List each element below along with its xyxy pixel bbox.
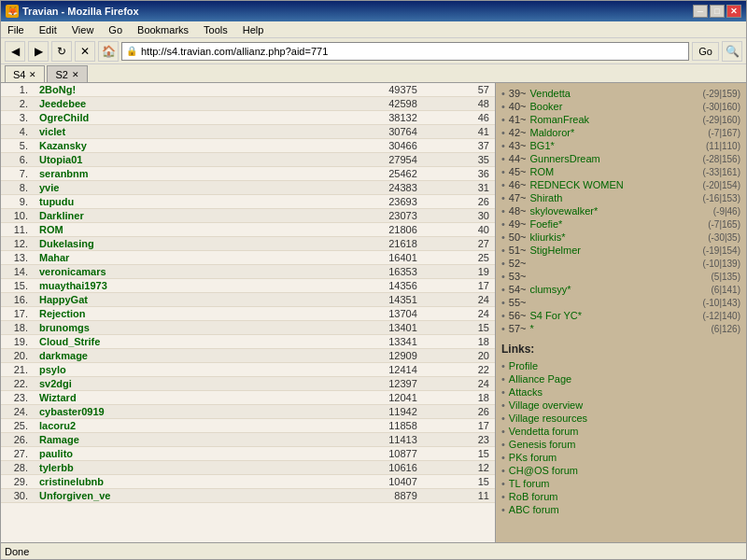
vil-cell: 12	[423, 461, 495, 475]
member-link[interactable]: S4 For YC*	[530, 310, 699, 321]
home-button[interactable]: 🏠	[98, 41, 119, 62]
menu-bookmarks[interactable]: Bookmarks	[134, 24, 191, 35]
player-link[interactable]: veronicamars	[39, 266, 106, 277]
player-link[interactable]: HappyGat	[39, 294, 88, 305]
link-item[interactable]: Village overview	[509, 399, 583, 411]
member-link[interactable]: RomanFreak	[530, 114, 699, 125]
tab-s4[interactable]: S4 ✕	[5, 65, 45, 82]
link-item[interactable]: Vendetta forum	[509, 426, 579, 437]
member-rank: 44~	[509, 153, 527, 164]
title-bar-left: 🦊 Travian - Mozilla Firefox	[6, 5, 139, 18]
player-link[interactable]: Dukelasing	[39, 238, 94, 249]
tab-s2-close[interactable]: ✕	[72, 70, 79, 79]
player-link[interactable]: Cloud_Strife	[39, 336, 100, 347]
link-item[interactable]: Attacks	[509, 386, 543, 398]
player-link[interactable]: brunomgs	[39, 322, 90, 333]
menu-tools[interactable]: Tools	[201, 24, 231, 35]
player-link[interactable]: Rejection	[39, 308, 86, 319]
member-link[interactable]: skylovewalker*	[530, 205, 710, 217]
list-item: • 55~ (-10|143)	[501, 296, 740, 309]
menu-file[interactable]: File	[5, 24, 27, 35]
player-link[interactable]: ROM	[39, 224, 63, 235]
forward-button[interactable]: ▶	[28, 41, 49, 62]
member-link[interactable]: Foefie*	[530, 218, 705, 230]
player-link[interactable]: tupudu	[39, 196, 74, 207]
player-link[interactable]: Kazansky	[39, 140, 87, 151]
player-link[interactable]: 2BoNg!	[39, 84, 76, 95]
search-button[interactable]: 🔍	[722, 41, 742, 62]
menu-view[interactable]: View	[69, 24, 97, 35]
player-link[interactable]: Darkliner	[39, 210, 84, 221]
member-link[interactable]: kliurkis*	[530, 231, 705, 243]
player-link[interactable]: darkmage	[39, 350, 88, 361]
menu-go[interactable]: Go	[106, 24, 125, 35]
member-link[interactable]: Maldoror*	[530, 127, 705, 138]
link-item[interactable]: ABC forum	[509, 504, 559, 515]
player-link[interactable]: Mahar	[39, 252, 69, 263]
rank-cell: 21.	[1, 363, 34, 377]
member-link[interactable]: REDNECK WOMEN	[530, 179, 699, 190]
player-link[interactable]: OgreChild	[39, 112, 89, 123]
member-rank: 57~	[509, 323, 527, 334]
member-link[interactable]: StigHelmer	[530, 245, 699, 256]
member-link[interactable]: Shirath	[530, 192, 699, 203]
pop-cell: 24383	[296, 181, 423, 195]
player-link[interactable]: Wiztard	[39, 392, 77, 403]
maximize-button[interactable]: □	[710, 5, 725, 18]
toolbar: ◀ ▶ ↻ ✕ 🏠 🔒 Go 🔍	[1, 38, 746, 64]
member-link[interactable]: Vendetta	[530, 88, 699, 99]
reload-button[interactable]: ↻	[51, 41, 72, 62]
back-button[interactable]: ◀	[5, 41, 25, 62]
minimize-button[interactable]: ─	[693, 5, 708, 18]
player-link[interactable]: Jeedebee	[39, 98, 86, 109]
list-item: • 39~ Vendetta (-29|159)	[501, 87, 740, 100]
player-link[interactable]: tylerbb	[39, 462, 74, 473]
player-link[interactable]: psylo	[39, 364, 66, 375]
player-link[interactable]: Unforgiven_ve	[39, 490, 110, 501]
tab-s2[interactable]: S2 ✕	[47, 65, 87, 82]
link-item[interactable]: Village resources	[509, 413, 587, 424]
member-link[interactable]: Booker	[530, 101, 699, 112]
player-link[interactable]: cybaster0919	[39, 406, 105, 417]
player-link[interactable]: lacoru2	[39, 420, 76, 431]
player-link[interactable]: Ramage	[39, 434, 79, 445]
member-link[interactable]: GunnersDream	[530, 153, 699, 164]
player-link[interactable]: sv2dgi	[39, 378, 72, 389]
player-link[interactable]: cristinelubnb	[39, 476, 104, 487]
member-delta: (6|126)	[711, 324, 740, 334]
link-item[interactable]: TL forum	[509, 478, 550, 489]
link-item[interactable]: Profile	[509, 360, 538, 371]
rank-cell: 12.	[1, 237, 34, 251]
member-link[interactable]: *	[530, 323, 708, 334]
player-link[interactable]: seranbnm	[39, 168, 89, 179]
menu-edit[interactable]: Edit	[36, 24, 60, 35]
member-link[interactable]: ROM	[530, 166, 699, 177]
link-item[interactable]: RoB forum	[509, 491, 558, 502]
name-cell: Wiztard	[34, 391, 296, 405]
url-input[interactable]	[141, 46, 684, 57]
go-button[interactable]: Go	[692, 42, 719, 61]
tab-s4-close[interactable]: ✕	[29, 70, 36, 79]
link-item[interactable]: CH@OS forum	[509, 465, 578, 476]
stop-button[interactable]: ✕	[75, 41, 95, 62]
member-link[interactable]: BG1*	[530, 140, 702, 151]
vil-cell: 48	[423, 97, 495, 111]
table-row: 17. Rejection 13704 24	[1, 307, 495, 321]
player-link[interactable]: yvie	[39, 182, 59, 193]
rank-cell: 17.	[1, 307, 34, 321]
member-delta: (-29|160)	[703, 115, 740, 125]
link-item[interactable]: Genesis forum	[509, 439, 576, 450]
player-link[interactable]: Utopia01	[39, 154, 82, 165]
player-link[interactable]: paulito	[39, 448, 73, 459]
player-link[interactable]: viclet	[39, 126, 65, 137]
name-cell: Mahar	[34, 251, 296, 265]
close-button[interactable]: ✕	[726, 5, 741, 18]
vil-cell: 24	[423, 377, 495, 391]
link-item[interactable]: Alliance Page	[509, 373, 571, 385]
bullet-icon: •	[501, 140, 505, 151]
link-item[interactable]: PKs forum	[509, 452, 557, 463]
member-link[interactable]: clumsyy*	[530, 284, 708, 295]
menu-help[interactable]: Help	[240, 24, 267, 35]
player-link[interactable]: muaythai1973	[39, 280, 107, 291]
list-item: • 40~ Booker (-30|160)	[501, 100, 740, 113]
